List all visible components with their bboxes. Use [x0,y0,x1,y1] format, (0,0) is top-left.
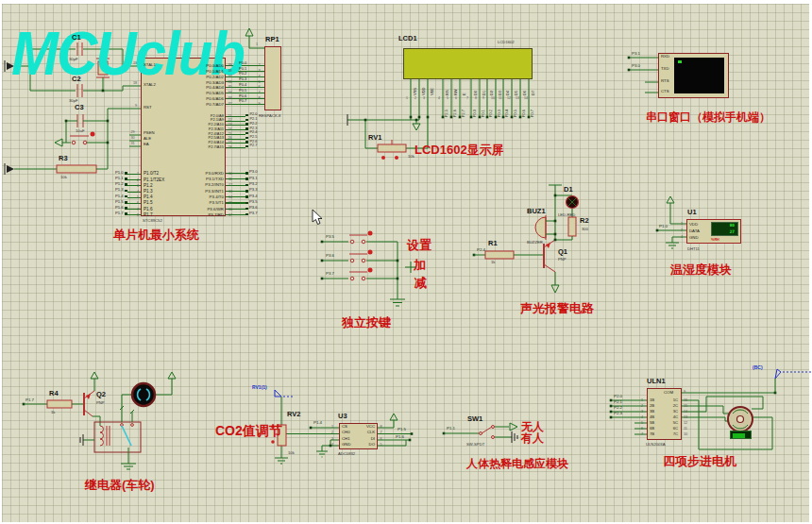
component-value: LED-RED [558,212,575,217]
net-label: P2.0 [614,394,622,398]
adc-left-pin-numbers: 1234 [331,424,333,448]
net-label: P1.5 [398,427,406,431]
component-value: 10k [408,154,414,159]
component-value: 300 [582,227,588,231]
component-ref: R3 [59,154,68,162]
component-ref: RP1 [265,35,279,43]
mcu-p2-pin-numbers: 2122232425262728 [228,114,232,150]
component-ref: R1 [488,239,498,247]
caption: 加 [414,257,426,274]
dht-reading-bottom: 27 [718,229,735,234]
caption: CO2值调节 [215,423,282,440]
pin-number: 30 [131,136,135,140]
component-ref: C1 [72,33,81,42]
component-ref: R2 [580,216,589,225]
motor-wheel[interactable] [132,383,155,406]
caption: 温湿度模块 [670,262,732,279]
net-label: P2.1 [614,399,622,404]
dht-pin-numbers: 124 [681,221,683,241]
net-label: P1.0 [659,224,668,228]
component-value: RESPACK-8 [259,113,280,118]
uln-right-pin-numbers: 16151413121110 [684,397,687,437]
pin-name: XTAL2 [144,82,156,87]
net-label: P3.0 [632,63,640,68]
component-ref: Q1 [558,247,567,256]
probe-label: (BC) [753,364,763,370]
uln-left-pin-numbers: 1234567 [641,397,643,437]
mcu-p3-net-labels: P3.0P3.1P3.2P3.3P3.4P3.5P3.6P3.7 [249,169,258,216]
mcu-p1-pin-names: P1.0/T2P1.1/T2EXP1.2P1.3P1.4P1.5P1.6P1.7 [144,171,164,218]
dht-unit-label: %RH [711,238,719,242]
component-ref: C2 [72,75,81,83]
caption: LCD1602显示屏 [414,142,504,159]
mcu-p2-pads [245,114,248,147]
probe-label: RV1(1) [252,384,267,390]
mcu-p0-pin-numbers: 3938373635343332 [228,63,232,107]
component-value: 10k [60,175,67,179]
component-ref: Q2 [96,390,106,398]
relay-switch[interactable] [121,424,134,446]
lcd-contrast-pot[interactable] [378,140,406,160]
component-ref: U3 [338,412,347,420]
component-value: 1k [51,410,55,414]
pin-name: XTAL1 [144,62,156,67]
net-label: P3.7 [326,271,334,276]
caption: 四项步进电机 [663,453,736,470]
mcu-p3-pads [245,172,248,215]
component-value: DHT11 [687,246,700,251]
component-value: ULN2003A [646,442,666,447]
stepper-display-bar [733,433,745,438]
pin-name: TXD [661,66,669,71]
mcu-p3-pin-numbers: 1011121314151617 [228,171,232,218]
component-ref: R4 [49,389,59,397]
component-value: 10k [288,450,295,455]
component-value: LCD1602 [498,40,515,44]
net-label: P1.7 [25,397,34,402]
component-ref: LCD1 [398,34,417,42]
component-ref: RV2 [287,410,300,418]
caption: 继电器(车轮) [85,477,155,494]
net-label: P1.4 [313,420,322,425]
net-label: P2.3 [614,411,622,415]
pin-number: 18 [133,81,137,85]
caption: 减 [414,275,427,292]
dht-pin-names: VDDDATAGND [689,221,700,241]
component-ref: U1 [687,208,697,216]
mcu-p2-pin-names: P2.0/A8P2.1/A9P2.2/A10P2.3/A11P2.4/A12P2… [181,114,224,150]
respack-body[interactable] [264,46,281,110]
mcu-p0-pin-names: P0.0/AD0P0.1/AD1P0.2/AD2P0.3/AD3P0.4/AD4… [181,63,224,107]
stepper-motor[interactable] [728,407,753,431]
net-label: P3.6 [326,253,334,258]
serial-cursor-dot [678,60,682,63]
pin-name: CTS [661,89,669,93]
dht-reading-top: 80 [718,223,735,228]
respack-pin-numbers: 23456789 [259,63,261,107]
component-value: 10uF [76,128,85,133]
caption: 串口窗口（模拟手机端） [646,110,770,126]
pir-spdt-switch[interactable] [480,426,495,439]
serial-wiring [628,57,658,93]
component-ref: BUZ1 [527,207,546,215]
pin-name: RST [144,105,152,110]
net-label: P3.1 [632,51,640,56]
caption: 声光报警电路 [520,300,594,317]
component-value: 1k [491,260,495,264]
pin-name: PSEN [144,130,155,135]
caption: 有人 [521,431,544,447]
schematic-canvas[interactable]: MCUclub 单片机最小系统LCD1602显示屏串口窗口（模拟手机端）独立按键… [2,4,809,522]
mouse-cursor [313,210,322,225]
mcu-p0-net-labels: P0.0P0.1P0.2P0.3P0.4P0.5P0.6P0.7 [239,60,246,104]
net-label: P2.2 [614,405,622,410]
component-ref: C3 [75,103,84,111]
net-label: P1.1 [447,426,455,431]
component-value: 30pF [69,98,78,103]
caption: 单片机最小系统 [113,227,199,244]
component-value: BUZZER [527,240,543,245]
component-value: PNP [558,257,567,262]
component-value: ADC0832 [338,451,355,456]
lcd-screen[interactable] [403,48,533,79]
net-label: P3.5 [326,234,334,239]
mcu-p1-pads [125,172,127,215]
pin-name: RXD [661,54,669,59]
pin-number: 19 [133,61,137,65]
